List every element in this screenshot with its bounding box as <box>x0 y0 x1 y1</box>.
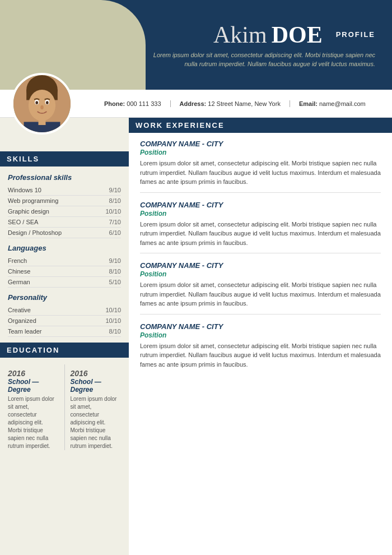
personality-name: Team leader <box>8 328 42 335</box>
professional-skills-group: Professional skills Windows 109/10Web pr… <box>8 173 121 238</box>
email-value: name@mail.com <box>319 100 366 107</box>
work-position: Position <box>140 270 381 278</box>
skill-row: Design / Photoshop6/10 <box>8 228 121 238</box>
language-row: Chinese8/10 <box>8 266 121 277</box>
skill-name: Graphic design <box>8 208 49 215</box>
language-name: German <box>8 279 30 285</box>
work-desc: Lorem ipsum dolor sit amet, consectetur … <box>140 159 381 187</box>
work-company: COMPANY NAME - CITY <box>140 261 381 270</box>
languages-title: Languages <box>8 244 121 252</box>
personality-score: 10/10 <box>105 307 121 313</box>
work-entries-list: COMPANY NAME - CITY Position Lorem ipsum… <box>140 140 381 374</box>
edu-year: 2016 <box>8 369 59 378</box>
right-content: WORK EXPERIENCE COMPANY NAME - CITY Posi… <box>129 118 392 555</box>
language-score: 5/10 <box>109 279 121 285</box>
work-company: COMPANY NAME - CITY <box>140 322 381 331</box>
language-row: French9/10 <box>8 256 121 266</box>
address-value: 12 Street Name, New York <box>208 100 281 107</box>
education-section-title: EDUCATION <box>0 343 129 358</box>
education-entry: 2016 School — Degree Lorem ipsum dolor s… <box>65 364 122 450</box>
resume-wrapper: Akim DOE PROFILE Lorem ipsum dolor sit a… <box>0 0 392 555</box>
personality-score: 8/10 <box>109 328 121 335</box>
personality-group: Personality Creative10/10Organized10/10T… <box>8 293 121 337</box>
skill-row: Graphic design10/10 <box>8 206 121 217</box>
skills-section-title: SKILLS <box>0 151 129 166</box>
language-score: 8/10 <box>109 268 121 275</box>
contact-email: Email: name@mail.com <box>290 100 375 107</box>
svg-rect-10 <box>39 118 46 125</box>
header-name-row: Akim DOE PROFILE <box>213 21 375 48</box>
svg-point-6 <box>35 101 38 104</box>
personality-score: 10/10 <box>105 317 121 324</box>
avatar-image <box>13 75 71 132</box>
contact-address: Address: 12 Street Name, New York <box>171 100 290 107</box>
edu-desc: Lorem ipsum dolor sit amet, consectetur … <box>71 395 122 450</box>
header-description: Lorem ipsum dolor sit amet, consectetur … <box>140 50 375 69</box>
work-entry: COMPANY NAME - CITY Position Lorem ipsum… <box>140 140 381 193</box>
personality-row: Team leader8/10 <box>8 326 121 337</box>
skill-row: SEO / SEA7/10 <box>8 217 121 228</box>
work-position: Position <box>140 210 381 218</box>
languages-list: French9/10Chinese8/10German5/10 <box>8 256 121 288</box>
skill-score: 7/10 <box>109 219 121 225</box>
contact-phone: Phone: 000 111 333 <box>95 100 171 107</box>
personality-name: Creative <box>8 307 31 313</box>
professional-skills-list: Windows 109/10Web programming8/10Graphic… <box>8 185 121 238</box>
language-score: 9/10 <box>109 257 121 264</box>
work-position: Position <box>140 331 381 339</box>
work-company: COMPANY NAME - CITY <box>140 140 381 148</box>
header-content: Akim DOE PROFILE Lorem ipsum dolor sit a… <box>0 0 392 90</box>
work-entry: COMPANY NAME - CITY Position Lorem ipsum… <box>140 201 381 254</box>
education-entry: 2016 School — Degree Lorem ipsum dolor s… <box>8 364 65 450</box>
language-name: French <box>8 257 27 264</box>
work-desc: Lorem ipsum dolor sit amet, consectetur … <box>140 280 381 308</box>
header-section: Akim DOE PROFILE Lorem ipsum dolor sit a… <box>0 0 392 90</box>
skill-score: 6/10 <box>109 229 121 236</box>
sidebar: SKILLS Professional skills Windows 109/1… <box>0 118 129 555</box>
skill-score: 9/10 <box>109 187 121 193</box>
svg-point-8 <box>40 105 44 109</box>
edu-year: 2016 <box>71 369 122 378</box>
header-lastname: DOE <box>272 21 323 48</box>
skill-name: Design / Photoshop <box>8 229 62 236</box>
skill-score: 10/10 <box>105 208 121 215</box>
work-entry: COMPANY NAME - CITY Position Lorem ipsum… <box>140 322 381 375</box>
work-entry: COMPANY NAME - CITY Position Lorem ipsum… <box>140 261 381 314</box>
work-company: COMPANY NAME - CITY <box>140 201 381 209</box>
header-profile-label: PROFILE <box>336 30 375 39</box>
skill-row: Web programming8/10 <box>8 196 121 206</box>
personality-list: Creative10/10Organized10/10Team leader8/… <box>8 305 121 337</box>
work-desc: Lorem ipsum dolor sit amet, consectetur … <box>140 220 381 248</box>
header-firstname: Akim <box>213 21 267 48</box>
skill-name: SEO / SEA <box>8 219 38 225</box>
skill-name: Web programming <box>8 197 58 204</box>
personality-title: Personality <box>8 293 121 302</box>
work-position: Position <box>140 149 381 156</box>
skill-name: Windows 10 <box>8 187 41 193</box>
languages-group: Languages French9/10Chinese8/10German5/1… <box>8 244 121 288</box>
phone-value: 000 111 333 <box>127 100 161 107</box>
work-experience-title: WORK EXPERIENCE <box>129 118 392 133</box>
personality-row: Creative10/10 <box>8 305 121 316</box>
avatar <box>11 73 73 135</box>
phone-label: Phone: <box>104 100 125 107</box>
language-name: Chinese <box>8 268 30 275</box>
language-row: German5/10 <box>8 277 121 288</box>
svg-point-7 <box>46 101 49 104</box>
work-desc: Lorem ipsum dolor sit amet, consectetur … <box>140 341 381 369</box>
edu-desc: Lorem ipsum dolor sit amet, consectetur … <box>8 395 59 450</box>
skill-row: Windows 109/10 <box>8 185 121 196</box>
personality-row: Organized10/10 <box>8 316 121 326</box>
address-label: Address: <box>180 100 207 107</box>
professional-skills-title: Professional skills <box>8 173 121 182</box>
education-bottom-entries: 2016 School — Degree Lorem ipsum dolor s… <box>8 364 121 450</box>
email-label: Email: <box>299 100 318 107</box>
edu-title: School — Degree <box>8 378 59 394</box>
main-area: SKILLS Professional skills Windows 109/1… <box>0 118 392 555</box>
personality-name: Organized <box>8 317 36 324</box>
skill-score: 8/10 <box>109 197 121 204</box>
edu-title: School — Degree <box>71 378 122 394</box>
